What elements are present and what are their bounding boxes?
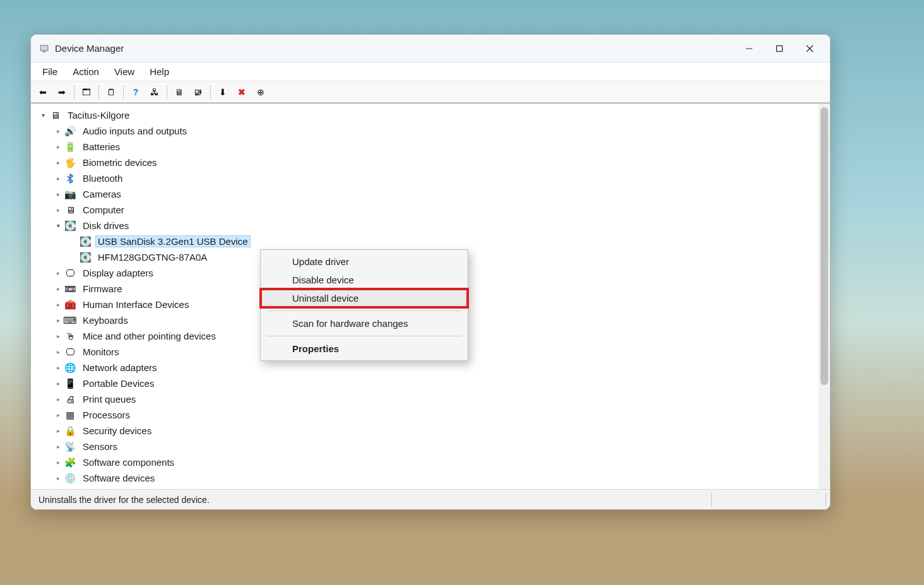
printer-icon: 🖨 — [64, 393, 76, 406]
network-icon: 🌐 — [64, 362, 76, 374]
chevron-icon[interactable] — [54, 285, 62, 292]
tree-category[interactable]: Bluetooth — [36, 170, 829, 186]
chevron-icon[interactable] — [54, 206, 62, 213]
tree-node-label: Bluetooth — [80, 172, 125, 184]
tree-category[interactable]: 🔒Security devices — [36, 423, 829, 439]
menu-file[interactable]: File — [35, 64, 65, 80]
tree-category[interactable]: 🧩Software components — [36, 454, 829, 470]
chevron-icon[interactable] — [54, 175, 62, 182]
portable-icon: 📱 — [64, 377, 76, 390]
tree-node-label: Sensors — [80, 440, 120, 452]
camera-icon: 📷 — [64, 188, 76, 201]
menu-help[interactable]: Help — [142, 64, 177, 80]
tree-category[interactable]: 📡Sensors — [36, 439, 829, 454]
chevron-icon[interactable] — [54, 222, 62, 229]
tree-category[interactable]: 🔋Batteries — [36, 139, 829, 155]
chevron-icon[interactable] — [54, 191, 62, 198]
chevron-icon[interactable] — [54, 127, 62, 134]
toolbar-uninstall-button[interactable]: ✖ — [233, 84, 251, 100]
tree-node-label: Biometric devices — [80, 157, 160, 168]
chevron-icon[interactable] — [54, 411, 62, 418]
firmware-icon: 📼 — [64, 283, 76, 295]
arrow-right-icon: ➡ — [58, 87, 66, 97]
tree-node-label: Cameras — [80, 188, 124, 200]
sensor-icon: 📡 — [64, 440, 76, 453]
context-update-driver[interactable]: Update driver — [261, 252, 468, 271]
chevron-icon[interactable] — [54, 269, 62, 276]
context-disable-device[interactable]: Disable device — [261, 271, 468, 289]
toolbar-enable-button[interactable]: ⊕ — [252, 84, 270, 100]
tree-category[interactable]: 🖐Biometric devices — [36, 155, 829, 170]
chevron-icon[interactable] — [54, 301, 62, 308]
context-uninstall-device[interactable]: Uninstall device — [261, 289, 468, 307]
context-menu: Update driver Disable device Uninstall d… — [260, 249, 468, 361]
maximize-button[interactable] — [764, 37, 795, 60]
toolbar-scan-hardware-button[interactable]: 🖥 — [170, 84, 188, 100]
context-separator — [267, 336, 461, 336]
tree-node-label: Print queues — [80, 393, 138, 405]
toolbar-update-driver-button[interactable]: 🖧 — [146, 84, 163, 100]
tree-root[interactable]: 🖥Tacitus-Kilgore — [36, 107, 829, 123]
tree-device[interactable]: 💽 USB SanDisk 3.2Gen1 USB Device — [36, 233, 829, 249]
speaker-icon: 🔊 — [64, 125, 76, 138]
close-button[interactable] — [795, 37, 825, 60]
toolbar-back-button[interactable]: ⬅ — [34, 84, 52, 100]
disable-icon: ⬇ — [219, 87, 227, 97]
remove-icon: ✖ — [238, 87, 246, 97]
menu-action[interactable]: Action — [65, 64, 107, 80]
context-properties[interactable]: Properties — [261, 340, 468, 358]
cpu-icon: ▦ — [64, 409, 76, 422]
mouse-icon: 🖱 — [64, 330, 76, 343]
chevron-icon[interactable] — [54, 380, 62, 387]
toolbar-properties-button[interactable]: 🗒 — [102, 84, 120, 100]
tree-category[interactable]: 🖥Computer — [36, 202, 829, 218]
toolbar-add-legacy-button[interactable]: 🖳 — [189, 84, 207, 100]
tree-category[interactable]: 💽Disk drives — [36, 218, 829, 233]
svg-rect-3 — [777, 45, 783, 51]
help-icon: ? — [133, 87, 139, 97]
svg-rect-1 — [42, 51, 46, 52]
tree-category[interactable]: ▦Processors — [36, 407, 829, 423]
chevron-icon[interactable] — [54, 348, 62, 355]
computer-icon: 🖥 — [64, 204, 76, 216]
tree-node-label: Human Interface Devices — [80, 298, 191, 310]
chevron-icon[interactable] — [54, 475, 62, 482]
tree-node-label: Monitors — [80, 346, 122, 358]
toolbar: ⬅ ➡ 🗔 🗒 ? 🖧 🖥 🖳 ⬇ ✖ ⊕ — [31, 81, 830, 103]
toolbar-disable-button[interactable]: ⬇ — [214, 84, 232, 100]
tree-category[interactable]: 💿Software devices — [36, 470, 829, 486]
context-scan-hardware[interactable]: Scan for hardware changes — [261, 314, 468, 333]
chevron-icon[interactable] — [54, 364, 62, 371]
chevron-icon[interactable] — [38, 112, 47, 119]
circle-down-icon: ⊕ — [257, 87, 264, 97]
chevron-icon[interactable] — [54, 333, 62, 340]
toolbar-forward-button[interactable]: ➡ — [53, 84, 71, 100]
menu-view[interactable]: View — [107, 64, 142, 80]
toolbar-help-button[interactable]: ? — [127, 84, 145, 100]
chevron-icon[interactable] — [54, 396, 62, 403]
tree-node-label: HFM128GDGTNG-87A0A — [95, 251, 210, 263]
tree-node-label: Portable Devices — [80, 377, 157, 389]
tree-category[interactable]: 📷Cameras — [36, 186, 829, 202]
chevron-icon[interactable] — [54, 427, 62, 434]
tree-category[interactable]: 🔊Audio inputs and outputs — [36, 123, 829, 139]
chevron-icon[interactable] — [54, 459, 62, 466]
add-device-icon: 🖳 — [194, 87, 203, 97]
scrollbar-thumb[interactable] — [820, 107, 828, 385]
tree-category[interactable]: 🖨Print queues — [36, 391, 829, 407]
chevron-icon[interactable] — [54, 159, 62, 166]
title-bar[interactable]: Device Manager — [31, 35, 830, 62]
chevron-icon[interactable] — [54, 143, 62, 150]
display-icon: 🖵 — [64, 267, 76, 280]
chevron-icon[interactable] — [54, 443, 62, 450]
software-icon: 🧩 — [64, 456, 76, 469]
keyboard-icon: ⌨ — [64, 314, 76, 327]
vertical-scrollbar[interactable] — [819, 103, 830, 489]
tree-node-label: Keyboards — [80, 314, 131, 326]
tree-category[interactable]: 📱Portable Devices — [36, 375, 829, 391]
minimize-button[interactable] — [734, 37, 764, 60]
toolbar-show-hide-tree-button[interactable]: 🗔 — [78, 84, 95, 100]
chevron-icon[interactable] — [54, 317, 62, 324]
tree-category[interactable]: 🌐Network adapters — [36, 360, 829, 375]
disk-icon: 💽 — [64, 220, 76, 232]
